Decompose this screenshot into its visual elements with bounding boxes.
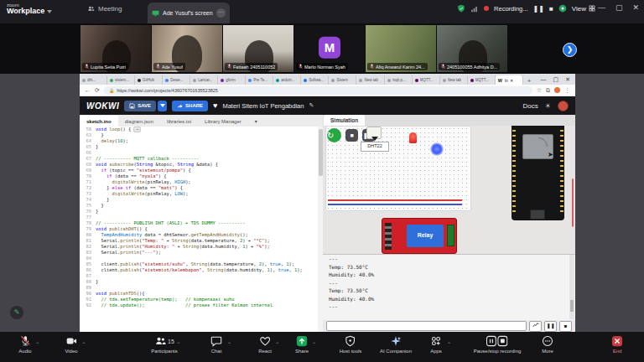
browser-tab[interactable]: New tab bbox=[440, 75, 468, 85]
serial-monitor[interactable]: ---Temp: 73.50°CHumidity: 40.0%---Temp: … bbox=[323, 254, 575, 321]
next-participants-button[interactable]: ❯ bbox=[563, 43, 577, 57]
chevron-up-icon[interactable]: ⌃ bbox=[312, 341, 316, 347]
browser-profile-avatar[interactable] bbox=[554, 87, 560, 93]
stop-simulation-button[interactable]: ■ bbox=[345, 129, 358, 142]
simulation-canvas[interactable]: ↻ ■ ❚❚ DHT22 Relay 01:36.361 40% bbox=[323, 126, 575, 254]
dock-item-ai-companion[interactable]: AI Companion bbox=[380, 334, 412, 354]
tab-simulation[interactable]: Simulation bbox=[324, 115, 365, 126]
serial-input[interactable] bbox=[326, 321, 527, 331]
editor-tab-diagram-json[interactable]: diagram.json bbox=[118, 116, 160, 127]
browser-close-icon[interactable]: ✕ bbox=[565, 76, 570, 83]
tab-shared-screen[interactable]: Ade Yusuf's screen ⋯ bbox=[148, 3, 230, 23]
dock-item-end[interactable]: End bbox=[611, 334, 623, 354]
browser-tab[interactable]: Dewe... bbox=[163, 75, 190, 85]
maximize-window-button[interactable]: ▢ bbox=[615, 3, 623, 12]
editor-tab-library-manager[interactable]: Library Manager bbox=[198, 116, 248, 127]
browser-tab[interactable]: MQTT... bbox=[468, 75, 496, 85]
chevron-up-icon[interactable]: ⌃ bbox=[35, 341, 39, 347]
serial-plot-button[interactable] bbox=[529, 321, 542, 332]
serial-pause-button[interactable]: ❚❚ bbox=[544, 321, 557, 332]
serial-line: --- bbox=[323, 255, 575, 263]
stop-recording-icon[interactable]: ■ bbox=[549, 5, 553, 13]
dock-item-pause-stop-recording[interactable]: Pause/stop recording bbox=[474, 334, 522, 354]
browser-tab[interactable]: MQTT... bbox=[413, 75, 440, 85]
browser-tab[interactable]: Lancar... bbox=[190, 75, 218, 85]
chevron-up-icon[interactable]: ⌃ bbox=[275, 341, 279, 347]
dock-item-react[interactable]: React⌃ bbox=[258, 334, 272, 354]
reload-icon[interactable]: ⟳ bbox=[95, 87, 100, 94]
line-number: 92 bbox=[80, 303, 96, 308]
serial-line: Temp: 73.50°C bbox=[323, 287, 575, 295]
annotation-pencil-button[interactable]: ✎ bbox=[10, 306, 23, 319]
code-line: 88} bbox=[80, 279, 318, 285]
participant-tile[interactable]: 2405100055 Adhitya D... bbox=[437, 25, 507, 72]
new-tab-button[interactable]: + bbox=[523, 77, 536, 85]
tab-options-icon[interactable]: ⋯ bbox=[216, 8, 226, 18]
project-title[interactable]: Materi Sitem IoT Pengabdian bbox=[222, 102, 304, 110]
code-editor[interactable]: 58void loop() { ⋯63 }64 delay(10);65}666… bbox=[80, 127, 318, 332]
participant-tile[interactable]: Ade Yusuf bbox=[152, 25, 222, 72]
restart-simulation-button[interactable]: ↻ bbox=[327, 128, 341, 142]
browser-tab[interactable]: Softwa... bbox=[301, 75, 329, 85]
close-window-button[interactable]: ✕ bbox=[632, 3, 639, 12]
browser-tab[interactable]: Sistem bbox=[329, 75, 356, 85]
dock-item-share[interactable]: Share⌃ bbox=[295, 334, 309, 354]
blue-led-glow[interactable] bbox=[430, 142, 444, 156]
security-shield-icon[interactable] bbox=[457, 4, 465, 13]
browser-menu-icon[interactable]: ⋮ bbox=[564, 87, 570, 94]
interpretation-icon[interactable] bbox=[558, 4, 567, 13]
theme-toggle-icon[interactable]: ☀ bbox=[545, 102, 551, 110]
tab-close-icon[interactable]: ✕ bbox=[510, 78, 513, 83]
dock-item-apps[interactable]: Apps⌃ bbox=[430, 334, 442, 354]
dock-item-participants[interactable]: 15Participants⌃ bbox=[151, 334, 177, 354]
dock-item-audio[interactable]: Audio⌃ bbox=[18, 334, 31, 354]
editor-tab-sketch-ino[interactable]: sketch.ino bbox=[80, 116, 118, 127]
line-number: 81 bbox=[80, 238, 96, 244]
dock-item-video[interactable]: Video⌃ bbox=[65, 334, 77, 354]
browser-minimize-icon[interactable]: — bbox=[541, 76, 547, 82]
pause-recording-icon[interactable]: ❚❚ bbox=[533, 5, 544, 13]
extensions-icon[interactable]: ⧉ bbox=[546, 87, 550, 94]
chevron-up-icon[interactable]: ⌃ bbox=[81, 341, 86, 347]
browser-tab[interactable]: GitHub bbox=[135, 75, 163, 85]
back-icon[interactable]: ← bbox=[85, 87, 91, 93]
wokwi-user-avatar[interactable] bbox=[558, 101, 569, 111]
wokwi-logo[interactable]: WOKWI bbox=[86, 101, 119, 111]
participant-tile[interactable]: MMarlo Norman Syah bbox=[294, 25, 365, 72]
browser-tab[interactable]: arduin... bbox=[273, 75, 301, 85]
share-button[interactable]: SHARE bbox=[172, 101, 208, 111]
tab-meeting[interactable]: Meeting bbox=[87, 5, 122, 13]
docs-link[interactable]: Docs bbox=[523, 102, 538, 110]
dock-item-host-tools[interactable]: Host tools bbox=[340, 334, 362, 354]
browser-tab[interactable]: Pre Te... bbox=[246, 75, 273, 85]
dock-item-more[interactable]: More bbox=[542, 334, 553, 354]
address-bar[interactable]: 🔒 https://wokwi.com/projects/43607670163… bbox=[104, 86, 532, 95]
red-led[interactable] bbox=[409, 132, 417, 143]
browser-tab-active[interactable]: WIn✕ bbox=[496, 75, 523, 85]
serial-stop-button[interactable]: ■ bbox=[559, 321, 572, 332]
browser-maximize-icon[interactable]: ▢ bbox=[553, 76, 559, 83]
browser-tab[interactable]: mqtt.p... bbox=[385, 75, 413, 85]
view-button[interactable]: View bbox=[572, 5, 595, 13]
chevron-up-icon[interactable]: ⌃ bbox=[227, 341, 231, 347]
editor-tabs-overflow-icon[interactable]: ▾ bbox=[248, 116, 264, 127]
serial-scrollbar-thumb[interactable] bbox=[570, 300, 574, 312]
participant-tile[interactable]: Afiq Anwarul Karim 24... bbox=[366, 25, 436, 72]
participant-tile[interactable]: Fattaah 2405110052 bbox=[223, 25, 293, 72]
save-button[interactable]: SAVE bbox=[124, 101, 156, 111]
browser-tab[interactable]: dht... bbox=[80, 75, 107, 85]
browser-tab[interactable]: sistem... bbox=[107, 75, 135, 85]
editor-tab-libraries-txt[interactable]: libraries.txt bbox=[160, 116, 198, 127]
bookmark-star-icon[interactable]: ☆ bbox=[537, 87, 542, 94]
participant-tile[interactable]: Lupita Setia Putri bbox=[80, 25, 151, 72]
minimize-window-button[interactable]: — bbox=[598, 3, 605, 12]
browser-tab[interactable]: gform bbox=[218, 75, 246, 85]
browser-tab[interactable]: New tab bbox=[356, 75, 384, 85]
chevron-down-icon[interactable] bbox=[47, 10, 52, 13]
save-options-button[interactable] bbox=[158, 101, 167, 111]
edit-title-icon[interactable]: ✎ bbox=[309, 102, 314, 109]
chevron-up-icon[interactable]: ⌃ bbox=[447, 341, 451, 347]
favorite-heart-icon[interactable]: ♥ bbox=[213, 101, 217, 110]
dock-item-chat[interactable]: Chat⌃ bbox=[210, 334, 222, 354]
chevron-up-icon[interactable]: ⌃ bbox=[176, 341, 180, 347]
